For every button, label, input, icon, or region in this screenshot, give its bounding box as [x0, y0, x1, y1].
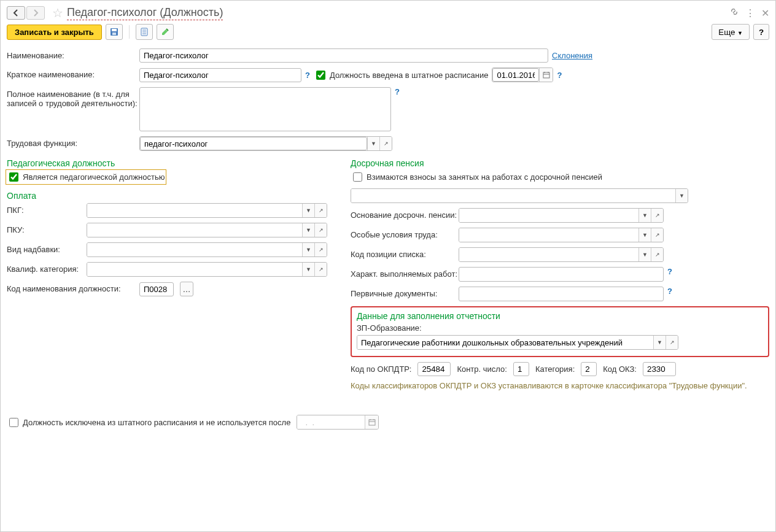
link-icon[interactable] — [729, 7, 739, 19]
special-cond-combo[interactable]: ▼ ↗ — [459, 228, 664, 242]
open-icon[interactable]: ↗ — [651, 228, 663, 242]
pku-input[interactable] — [87, 223, 302, 237]
full-name-textarea[interactable] — [139, 87, 391, 131]
in-staff-checkbox[interactable]: Должность введена в штатное расписание — [314, 69, 488, 82]
is-ped-checkbox-input[interactable] — [9, 172, 18, 182]
row-pku: ПКУ: ▼ ↗ — [7, 223, 338, 237]
help-primary-docs[interactable]: ? — [667, 287, 672, 296]
chevron-down-icon[interactable]: ▼ — [638, 248, 651, 261]
open-icon[interactable]: ↗ — [314, 263, 327, 276]
work-nature-input[interactable] — [459, 267, 664, 282]
labor-function-input[interactable] — [140, 137, 367, 150]
help-in-staff-date[interactable]: ? — [557, 71, 562, 80]
pku-combo[interactable]: ▼ ↗ — [87, 223, 327, 237]
chevron-down-icon[interactable]: ▼ — [302, 223, 314, 237]
basis-early-combo[interactable]: ▼ ↗ — [459, 208, 664, 223]
help-button[interactable]: ? — [753, 24, 769, 40]
nav-forward-button[interactable] — [26, 6, 45, 20]
nav-back-button[interactable] — [7, 6, 25, 20]
titlebar-actions: ⋮ ✕ — [729, 7, 769, 19]
excluded-checkbox-input[interactable] — [9, 418, 18, 427]
declensions-link[interactable]: Склонения — [552, 51, 592, 60]
in-staff-date-input[interactable] — [492, 68, 539, 82]
pension-extra-combo[interactable]: ▼ — [351, 188, 688, 203]
save-button[interactable] — [106, 24, 123, 40]
addon-input[interactable] — [87, 243, 302, 256]
svg-rect-1 — [112, 29, 117, 31]
floppy-icon — [109, 27, 119, 37]
chevron-down-icon[interactable]: ▼ — [302, 243, 314, 256]
open-icon[interactable]: ↗ — [651, 248, 663, 261]
chevron-down-icon[interactable]: ▼ — [302, 204, 314, 217]
arrow-left-icon — [11, 8, 21, 18]
addon-combo[interactable]: ▼ ↗ — [87, 242, 327, 257]
close-icon[interactable]: ✕ — [761, 7, 769, 19]
early-pension-checkbox[interactable]: Взимаются взносы за занятых на работах с… — [351, 171, 602, 183]
is-ped-checkbox[interactable]: Является педагогической должностью — [7, 171, 165, 183]
help-short-name[interactable]: ? — [305, 71, 310, 80]
okz-input[interactable] — [643, 362, 676, 376]
chevron-down-icon[interactable]: ▼ — [367, 137, 379, 150]
chevron-down-icon[interactable]: ▼ — [675, 189, 688, 202]
kebab-menu-icon[interactable]: ⋮ — [745, 7, 755, 19]
open-icon[interactable]: ↗ — [665, 336, 678, 349]
special-cond-input[interactable] — [459, 228, 638, 242]
save-and-close-button[interactable]: Записать и закрыть — [7, 25, 102, 40]
control-num-input[interactable] — [513, 362, 529, 376]
category-input[interactable] — [581, 362, 597, 376]
label-code-name: Код наименования должности: — [7, 282, 139, 293]
basis-early-input[interactable] — [459, 209, 638, 222]
early-pension-checkbox-label: Взимаются взносы за занятых на работах с… — [367, 172, 602, 182]
chevron-down-icon[interactable]: ▼ — [653, 336, 665, 349]
more-button[interactable]: Еще ▼ — [712, 24, 750, 40]
pkg-input[interactable] — [87, 204, 302, 217]
excluded-date-input[interactable] — [297, 415, 365, 429]
early-pension-checkbox-input[interactable] — [353, 172, 362, 182]
pkg-combo[interactable]: ▼ ↗ — [87, 203, 327, 218]
label-category: Категория: — [535, 364, 575, 374]
okpdtr-input[interactable] — [417, 362, 451, 376]
qualif-input[interactable] — [87, 263, 302, 276]
zp-edu-combo[interactable]: ▼ ↗ — [357, 335, 678, 350]
help-work-nature[interactable]: ? — [667, 267, 672, 276]
highlight-button[interactable] — [157, 24, 174, 40]
excluded-checkbox[interactable]: Должность исключена из штатного расписан… — [7, 416, 290, 429]
label-short-name: Краткое наименование: — [7, 67, 139, 79]
calendar-icon[interactable] — [539, 68, 553, 82]
right-column: Досрочная пенсия Взимаются взносы за зан… — [351, 156, 769, 390]
qualif-combo[interactable]: ▼ ↗ — [87, 262, 327, 277]
short-name-input[interactable] — [139, 68, 301, 82]
labor-function-combo[interactable]: ▼ ↗ — [139, 136, 392, 151]
in-staff-date[interactable] — [492, 67, 553, 82]
open-icon[interactable]: ↗ — [379, 137, 392, 150]
calendar-icon[interactable] — [365, 415, 378, 429]
classifier-note: Коды классификаторов ОКПДТР и ОКЗ устана… — [351, 381, 769, 390]
label-full-name: Полное наименование (в т.ч. для записей … — [7, 87, 139, 108]
zp-edu-input[interactable] — [357, 336, 653, 349]
row-full-name: Полное наименование (в т.ч. для записей … — [7, 87, 769, 131]
favorite-star-icon[interactable]: ☆ — [52, 6, 63, 20]
document-button[interactable] — [136, 24, 153, 40]
document-icon — [139, 27, 149, 37]
titlebar: ☆ Педагог-психолог (Должность) ⋮ ✕ — [7, 6, 769, 20]
list-pos-input[interactable] — [459, 248, 638, 261]
help-full-name[interactable]: ? — [395, 87, 400, 96]
chevron-down-icon[interactable]: ▼ — [638, 209, 651, 222]
ellipsis-button[interactable]: … — [180, 282, 193, 296]
name-input[interactable] — [139, 48, 548, 63]
primary-docs-input[interactable] — [459, 287, 664, 301]
toolbar: Записать и закрыть Еще ▼ ? — [7, 24, 769, 40]
open-icon[interactable]: ↗ — [314, 204, 327, 217]
code-name-input[interactable] — [139, 282, 174, 296]
open-icon[interactable]: ↗ — [314, 223, 327, 237]
list-pos-combo[interactable]: ▼ ↗ — [459, 247, 664, 262]
pension-extra-input[interactable] — [351, 189, 675, 202]
row-code-name: Код наименования должности: … — [7, 282, 338, 296]
in-staff-checkbox-input[interactable] — [316, 71, 325, 80]
open-icon[interactable]: ↗ — [314, 243, 327, 256]
label-addon: Вид надбавки: — [7, 242, 87, 254]
excluded-date[interactable] — [297, 415, 379, 430]
chevron-down-icon[interactable]: ▼ — [302, 263, 314, 276]
open-icon[interactable]: ↗ — [651, 209, 663, 222]
chevron-down-icon[interactable]: ▼ — [638, 228, 651, 242]
